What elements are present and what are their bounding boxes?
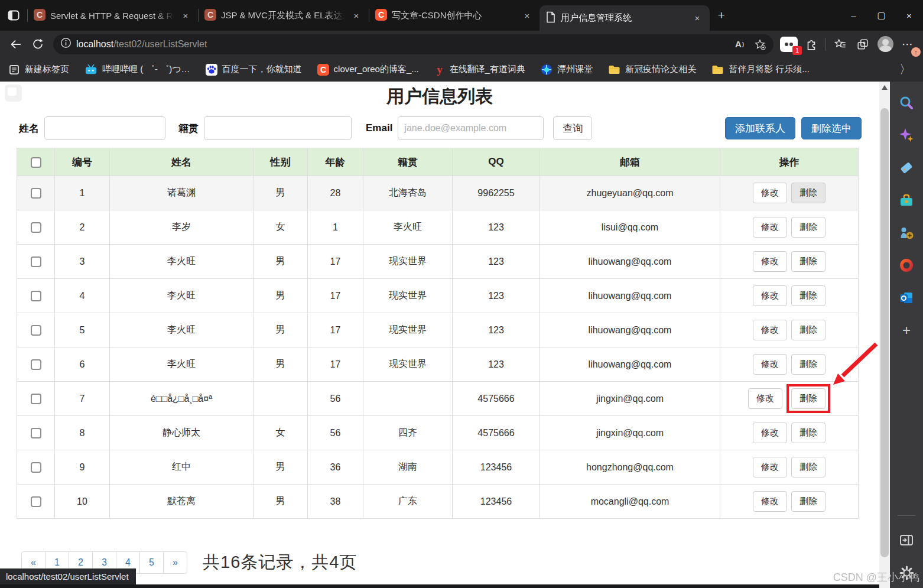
tab-close-icon[interactable]: × bbox=[691, 12, 704, 25]
close-button[interactable]: × bbox=[895, 0, 923, 31]
delete-button[interactable]: 删除 bbox=[791, 423, 826, 443]
row-checkbox[interactable] bbox=[31, 394, 41, 404]
row-checkbox[interactable] bbox=[31, 359, 41, 370]
delete-button[interactable]: 删除 bbox=[791, 217, 826, 238]
bookmark-item[interactable]: 潭州课堂 bbox=[541, 64, 593, 76]
bookmark-item[interactable]: 百度一下，你就知道 bbox=[206, 64, 302, 76]
modify-button[interactable]: 修改 bbox=[753, 217, 787, 238]
site-info-icon[interactable] bbox=[60, 37, 72, 51]
bookmarks-overflow-chevron-icon[interactable]: 〉 bbox=[896, 61, 915, 77]
bookmark-item[interactable]: 暂伴月将影 行乐须... bbox=[711, 64, 810, 75]
new-tab-button[interactable]: + bbox=[710, 0, 733, 31]
tab-close-icon[interactable]: × bbox=[350, 9, 363, 22]
cell-origin: 现实世界 bbox=[363, 279, 453, 313]
delete-button[interactable]: 删除 bbox=[791, 388, 826, 409]
sidebar-outlook-icon[interactable] bbox=[898, 290, 915, 306]
sidebar-shopping-tag-icon[interactable] bbox=[898, 160, 915, 176]
sidebar-games-icon[interactable] bbox=[898, 225, 915, 241]
tab-servlet[interactable]: C Servlet & HTTP & Request & Res × bbox=[28, 0, 198, 31]
row-checkbox[interactable] bbox=[31, 188, 41, 199]
bookmark-label: 在线翻译_有道词典 bbox=[450, 64, 525, 75]
cell-id: 6 bbox=[55, 347, 110, 382]
sidebar-panel-icon[interactable] bbox=[898, 532, 915, 548]
tab-close-icon[interactable]: × bbox=[521, 9, 534, 22]
delete-button[interactable]: 删除 bbox=[791, 491, 826, 512]
back-icon[interactable] bbox=[5, 34, 26, 54]
modify-button[interactable]: 修改 bbox=[753, 251, 787, 272]
row-checkbox[interactable] bbox=[31, 462, 41, 473]
sidebar-add-icon[interactable]: + bbox=[898, 322, 915, 339]
scrollbar-thumb[interactable] bbox=[880, 108, 889, 557]
collections-icon[interactable] bbox=[852, 34, 873, 54]
cell-gender: 男 bbox=[254, 485, 308, 519]
pager-next[interactable]: » bbox=[163, 551, 187, 574]
add-contact-button[interactable]: 添加联系人 bbox=[725, 117, 795, 139]
row-checkbox[interactable] bbox=[31, 325, 41, 336]
delete-button[interactable]: 删除 bbox=[791, 251, 826, 272]
read-aloud-icon[interactable]: A) bbox=[730, 35, 750, 53]
pager-page-5[interactable]: 5 bbox=[139, 551, 164, 574]
row-checkbox[interactable] bbox=[31, 222, 41, 233]
delete-button[interactable]: 删除 bbox=[791, 354, 826, 375]
tab-csdn-write[interactable]: C 写文章-CSDN创作中心 × bbox=[369, 0, 540, 31]
modify-button[interactable]: 修改 bbox=[753, 457, 787, 477]
extensions-puzzle-icon[interactable] bbox=[801, 34, 822, 54]
bookmark-item[interactable]: 哔哩哔哩 ( ゜- ゜)つ… bbox=[84, 64, 190, 76]
select-all-checkbox[interactable] bbox=[31, 157, 41, 168]
url-text[interactable]: localhost/test02/userListServlet bbox=[76, 39, 730, 50]
minimize-button[interactable]: – bbox=[840, 0, 867, 31]
query-button[interactable]: 查询 bbox=[553, 116, 592, 140]
workspaces-icon[interactable] bbox=[0, 0, 27, 31]
bookmark-label: 潭州课堂 bbox=[557, 64, 593, 75]
row-checkbox[interactable] bbox=[31, 291, 41, 301]
sidebar-search-icon[interactable] bbox=[898, 95, 915, 111]
sidebar-tools-icon[interactable] bbox=[898, 192, 915, 209]
delete-button[interactable]: 删除 bbox=[791, 457, 826, 477]
cell-email: lisui@qq.com bbox=[540, 210, 720, 245]
modify-button[interactable]: 修改 bbox=[753, 354, 787, 375]
scrollbar-up-icon[interactable] bbox=[882, 85, 888, 90]
row-checkbox[interactable] bbox=[31, 496, 41, 507]
cell-name: 红中 bbox=[110, 450, 254, 485]
settings-more-icon[interactable]: ⋯ ↑ bbox=[897, 34, 918, 54]
favorites-icon[interactable] bbox=[830, 34, 851, 54]
refresh-icon[interactable] bbox=[27, 34, 48, 54]
modify-button[interactable]: 修改 bbox=[753, 423, 787, 443]
modify-button[interactable]: 修改 bbox=[753, 183, 787, 203]
modify-button[interactable]: 修改 bbox=[753, 320, 787, 340]
tab-close-icon[interactable]: × bbox=[179, 9, 192, 22]
record-summary: 共16条记录，共4页 bbox=[203, 551, 357, 574]
table-row: 3李火旺男17现实世界123lihuowang@qq.com修改删除 bbox=[17, 245, 859, 279]
page-scrollbar[interactable] bbox=[879, 82, 890, 588]
sidebar-office-icon[interactable] bbox=[898, 257, 915, 274]
bookmark-item[interactable]: 新冠疫情论文相关 bbox=[608, 64, 696, 75]
modify-button[interactable]: 修改 bbox=[753, 491, 787, 512]
bookmark-item[interactable]: 新建标签页 bbox=[8, 64, 69, 76]
tab-jsp-mvc[interactable]: C JSP & MVC开发模式 & EL表达式 × bbox=[199, 0, 369, 31]
row-checkbox[interactable] bbox=[31, 428, 41, 438]
bookmark-item[interactable]: Cclover_oreo的博客_... bbox=[317, 64, 419, 76]
delete-button[interactable]: 删除 bbox=[791, 285, 826, 306]
email-input[interactable] bbox=[398, 116, 544, 140]
maximize-button[interactable]: ▢ bbox=[867, 0, 895, 31]
row-checkbox[interactable] bbox=[31, 256, 41, 267]
origin-input[interactable] bbox=[204, 116, 352, 140]
delete-button[interactable]: 删除 bbox=[791, 320, 826, 340]
delete-selected-button[interactable]: 删除选中 bbox=[801, 117, 862, 139]
tab-user-management-active[interactable]: 用户信息管理系统 × bbox=[540, 5, 710, 31]
modify-button[interactable]: 修改 bbox=[748, 388, 782, 409]
bookmark-item[interactable]: y在线翻译_有道词典 bbox=[434, 64, 525, 76]
name-input[interactable] bbox=[44, 116, 165, 140]
bookmark-label: 新建标签页 bbox=[25, 64, 69, 75]
cell-name: 李火旺 bbox=[110, 245, 254, 279]
add-favorite-icon[interactable] bbox=[750, 35, 770, 53]
page-title: 用户信息列表 bbox=[0, 82, 879, 109]
extension-shortcut-icon[interactable]: 1 bbox=[778, 34, 800, 54]
modify-button[interactable]: 修改 bbox=[753, 285, 787, 306]
delete-button[interactable]: 删除 bbox=[791, 183, 826, 203]
tab-bar: C Servlet & HTTP & Request & Res × C JSP… bbox=[0, 0, 923, 31]
sidebar-copilot-icon[interactable] bbox=[898, 127, 915, 144]
address-bar[interactable]: localhost/test02/userListServlet A) bbox=[53, 34, 774, 54]
column-header: QQ bbox=[453, 148, 540, 176]
profile-avatar[interactable] bbox=[875, 34, 896, 54]
